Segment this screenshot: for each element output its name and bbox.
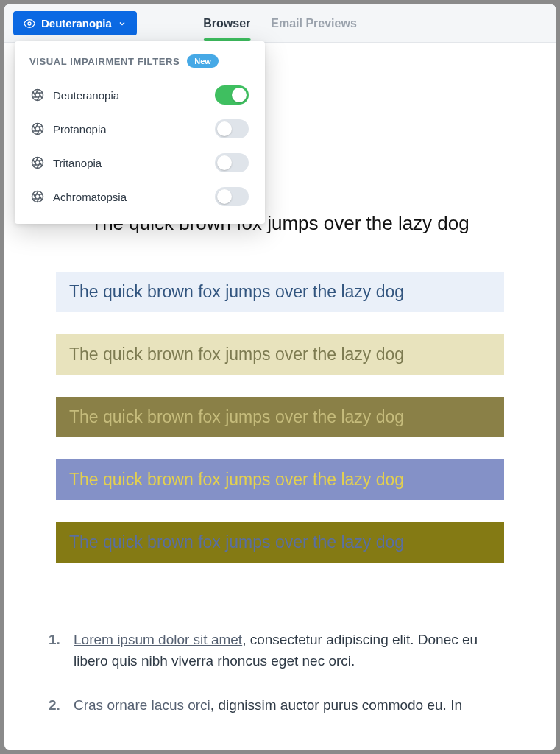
list-item: Cras ornare lacus orci, dignissim auctor…	[49, 694, 511, 716]
new-badge: New	[187, 54, 219, 68]
toggle-protanopia[interactable]	[215, 119, 249, 138]
aperture-icon	[31, 88, 44, 102]
tab-browser-label: Browser	[203, 17, 250, 29]
aperture-icon	[31, 122, 44, 135]
list-item-link[interactable]: Lorem ipsum dolor sit amet	[74, 632, 242, 647]
filter-name: Protanopia	[53, 123, 107, 135]
aperture-icon	[31, 156, 44, 169]
ordered-list: Lorem ipsum dolor sit amet, consectetur …	[49, 629, 511, 716]
toolbar: Deuteranopia Browser Email Previews	[4, 4, 556, 43]
toggle-tritanopia[interactable]	[215, 153, 249, 172]
filter-row-left: Deuteranopia	[31, 88, 119, 102]
aperture-icon	[31, 190, 44, 203]
filter-button-label: Deuteranopia	[41, 17, 112, 29]
eye-icon	[24, 18, 35, 29]
filter-dropdown-button[interactable]: Deuteranopia	[13, 11, 137, 35]
tab-email-previews[interactable]: Email Previews	[271, 7, 357, 40]
swatch-5: The quick brown fox jumps over the lazy …	[56, 522, 504, 563]
swatch-2: The quick brown fox jumps over the lazy …	[56, 334, 504, 375]
filter-row-deuteranopia: Deuteranopia	[29, 78, 250, 112]
color-swatches: The quick brown fox jumps over the lazy …	[4, 272, 556, 563]
toggle-deuteranopia[interactable]	[215, 85, 249, 105]
filter-row-protanopia: Protanopia	[29, 112, 250, 146]
filters-dropdown-header: VISUAL IMPAIRMENT FILTERS New	[29, 54, 250, 68]
filter-row-tritanopia: Tritanopia	[29, 146, 250, 180]
filters-dropdown: VISUAL IMPAIRMENT FILTERS New Deuteranop…	[15, 41, 265, 224]
list-item: Lorem ipsum dolor sit amet, consectetur …	[49, 629, 511, 672]
list-section: Lorem ipsum dolor sit amet, consectetur …	[4, 563, 556, 716]
chevron-down-icon	[118, 19, 127, 28]
filter-row-left: Protanopia	[31, 122, 107, 135]
swatch-3: The quick brown fox jumps over the lazy …	[56, 397, 504, 437]
tab-email-previews-label: Email Previews	[271, 17, 357, 29]
filters-dropdown-title: VISUAL IMPAIRMENT FILTERS	[29, 56, 180, 67]
filter-row-achromatopsia: Achromatopsia	[29, 180, 250, 214]
toggle-achromatopsia[interactable]	[215, 187, 249, 206]
view-tabs: Browser Email Previews	[203, 4, 357, 42]
list-item-text: , dignissim auctor purus commodo eu. In	[210, 697, 462, 713]
filter-name: Deuteranopia	[53, 89, 119, 102]
swatch-1: The quick brown fox jumps over the lazy …	[56, 272, 504, 312]
svg-point-0	[28, 22, 31, 25]
filter-row-left: Tritanopia	[31, 156, 102, 169]
swatch-4: The quick brown fox jumps over the lazy …	[56, 459, 504, 500]
app-window: Deuteranopia Browser Email Previews VISU…	[4, 4, 556, 750]
filter-name: Tritanopia	[53, 157, 102, 169]
filter-name: Achromatopsia	[53, 191, 127, 203]
list-item-link[interactable]: Cras ornare lacus orci	[74, 697, 210, 713]
filter-row-left: Achromatopsia	[31, 190, 127, 203]
tab-browser[interactable]: Browser	[203, 7, 250, 40]
